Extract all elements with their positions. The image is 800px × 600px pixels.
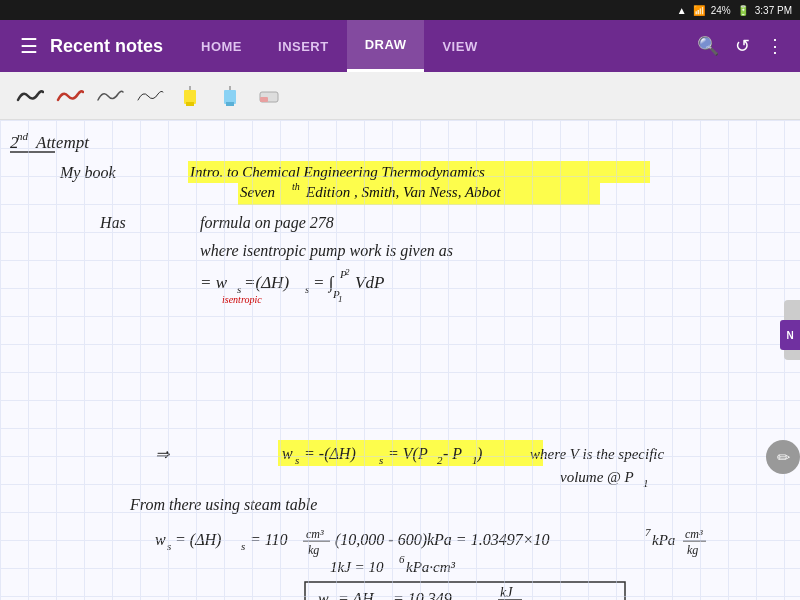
svg-text:Attempt: Attempt [35,133,90,152]
tab-home[interactable]: HOME [183,20,260,72]
bluetooth-icon: ▲ [677,5,687,16]
pen-tool-2[interactable] [52,78,88,114]
svg-text:7: 7 [645,526,651,538]
battery-icon: 🔋 [737,5,749,16]
highlighter-yellow[interactable] [172,78,208,114]
pen-tool-4[interactable] [132,78,168,114]
svg-rect-7 [260,97,268,102]
tab-draw[interactable]: DRAW [347,20,425,72]
note-content-area[interactable]: .hw { font-family: 'Segoe Script', 'Brus… [0,120,800,600]
svg-text:- P: - P [443,445,462,462]
search-icon[interactable]: 🔍 [697,35,719,57]
svg-text:w: w [155,531,166,548]
svg-text:= -(ΔH): = -(ΔH) [304,445,356,463]
svg-text:kPa: kPa [652,532,675,548]
svg-text:VdP: VdP [355,273,384,292]
svg-text:): ) [476,445,482,463]
svg-text:= ΔH: = ΔH [338,590,375,600]
svg-text:kJ: kJ [500,585,513,600]
svg-rect-0 [184,90,196,104]
svg-text:where V is the specific: where V is the specific [530,446,664,462]
svg-rect-3 [224,90,236,104]
tab-insert[interactable]: INSERT [260,20,347,72]
svg-text:s: s [241,540,245,552]
tab-view[interactable]: VIEW [424,20,495,72]
nav-tabs: HOME INSERT DRAW VIEW [183,20,689,72]
svg-text:= ∫: = ∫ [313,273,335,293]
svg-text:= w: = w [200,273,228,292]
svg-text:s: s [379,454,383,466]
svg-text:1kJ = 10: 1kJ = 10 [330,559,384,575]
svg-text:= (ΔH): = (ΔH) [175,531,221,549]
svg-text:⇒: ⇒ [155,445,170,464]
svg-text:1: 1 [643,477,649,489]
svg-text:s: s [305,283,309,295]
draw-toolbar [0,72,800,120]
pen-tool-3[interactable] [92,78,128,114]
svg-text:= V(P: = V(P [388,445,428,463]
highlighter-blue[interactable] [212,78,248,114]
svg-text:cm³: cm³ [306,527,324,541]
hamburger-menu[interactable]: ☰ [8,34,50,58]
svg-text:= 10.349: = 10.349 [393,590,452,600]
edit-pencil-button[interactable]: ✏ [766,440,800,474]
svg-text:6: 6 [399,553,405,565]
svg-text:1: 1 [338,294,343,304]
svg-text:isentropic: isentropic [222,294,262,305]
svg-text:formula  on  page  278: formula on page 278 [200,214,334,232]
eraser-tool[interactable] [252,78,288,114]
svg-text:My  book: My book [59,164,116,182]
svg-text:volume @ P: volume @ P [560,469,634,485]
handwritten-note: .hw { font-family: 'Segoe Script', 'Brus… [0,120,800,600]
svg-text:th: th [292,181,300,192]
svg-text:= 110: = 110 [250,531,288,548]
svg-text:kg: kg [308,543,319,557]
app-title: Recent notes [50,36,163,57]
svg-text:2: 2 [345,267,350,277]
onenote-button[interactable]: N [780,320,800,350]
svg-text:Has: Has [99,214,126,231]
svg-text:Seven: Seven [240,184,275,200]
svg-text:cm³: cm³ [685,527,703,541]
toolbar-actions: 🔍 ↺ ⋮ [689,35,792,57]
wifi-icon: 📶 [693,5,705,16]
undo-icon[interactable]: ↺ [735,35,750,57]
svg-text:where  isentropic  pump  work : where isentropic pump work is given as [200,242,453,260]
svg-text:s: s [295,454,299,466]
svg-rect-1 [186,102,194,106]
time-text: 3:37 PM [755,5,792,16]
more-options-icon[interactable]: ⋮ [766,35,784,57]
svg-text:kPa·cm³: kPa·cm³ [406,559,456,575]
svg-text:Intro. to Chemical Engineering: Intro. to Chemical Engineering Thermodyn… [189,164,485,180]
pen-tool-1[interactable] [12,78,48,114]
svg-rect-4 [226,102,234,106]
svg-text:nd: nd [17,130,29,142]
svg-text:s: s [167,540,171,552]
svg-text:kg: kg [687,543,698,557]
status-bar: ▲ 📶 24% 🔋 3:37 PM [0,0,800,20]
svg-text:w: w [318,590,329,600]
svg-text:From  there  using  steam  tab: From there using steam table [129,496,317,514]
svg-text:Edition , Smith, Van Ness, Abb: Edition , Smith, Van Ness, Abbot [305,184,502,200]
main-toolbar: ☰ Recent notes HOME INSERT DRAW VIEW 🔍 ↺… [0,20,800,72]
battery-text: 24% [711,5,731,16]
svg-text:w: w [282,445,293,462]
svg-text:(10,000 - 600)kPa = 1.03497×10: (10,000 - 600)kPa = 1.03497×10 [335,531,549,549]
svg-text:=(ΔH): =(ΔH) [244,273,289,292]
